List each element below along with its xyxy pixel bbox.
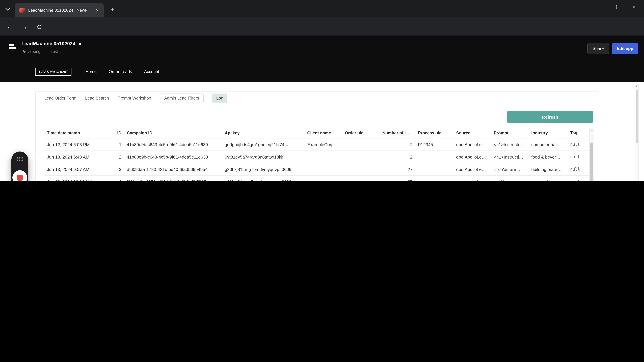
column-header-prompt[interactable]: Prompt xyxy=(494,131,531,135)
minimize-button[interactable] xyxy=(586,0,605,14)
tab-prompt-workshop[interactable]: Prompt Workshop xyxy=(118,96,151,100)
tab-favicon xyxy=(20,7,25,13)
close-button[interactable]: × xyxy=(624,0,644,14)
page-title: LeadMachine 05102024 xyxy=(22,41,75,46)
cell-client: ExampleCorp xyxy=(307,142,345,147)
new-tab-button[interactable]: + xyxy=(108,5,117,14)
app-logo-icon xyxy=(9,44,18,53)
cell-tag: null xyxy=(570,167,589,172)
cell-source: dbo.ApolloLe… xyxy=(456,154,494,159)
nav-item-home[interactable]: Home xyxy=(85,69,96,74)
tab-title: LeadMachine 05102024 | NewF xyxy=(28,8,94,12)
scrollbar-thumb[interactable] xyxy=(636,89,638,143)
cell-campaign: df608daa-1720-421c-bd40-f9ad50954954 xyxy=(127,167,225,172)
cell-numleads: 2 xyxy=(382,154,418,159)
table-row[interactable]: Jun 13, 2024 5:43 AM241b80e9b-c643-4c5b-… xyxy=(44,151,589,163)
maximize-button[interactable] xyxy=(605,0,624,14)
column-header-apikey[interactable]: Api key xyxy=(225,131,307,135)
cell-numleads: 27 xyxy=(382,167,418,172)
tab-lead-search[interactable]: Lead Search xyxy=(85,96,109,100)
cell-time: Jun 13, 2024 9:57 AM xyxy=(47,167,114,172)
page-vertical-scrollbar[interactable]: ▲ ▼ xyxy=(634,84,639,181)
table-header: Time date stampIDCampaign IDApi keyClien… xyxy=(44,128,589,138)
cell-time: Jun 12, 2024 6:03 PM xyxy=(47,142,114,147)
scrollbar-thumb[interactable] xyxy=(590,142,593,181)
forward-button[interactable]: → xyxy=(20,22,30,32)
cell-tag: null xyxy=(570,179,589,181)
app-canvas: Lead Order FormLead SearchPrompt Worksho… xyxy=(0,82,644,181)
cell-source: dbo.ApolloLe… xyxy=(456,179,494,181)
drag-handle-icon[interactable] xyxy=(17,157,23,161)
cell-apikey: g20bxj81ttmg7bmdvmyqdvpn3609 xyxy=(225,167,307,172)
column-header-orderuid[interactable]: Order uid xyxy=(345,131,382,135)
cell-apikey: gddgpdjbds4gm1gnqjeq21fv74cz xyxy=(225,142,307,147)
cell-numleads: 27 xyxy=(382,179,418,181)
column-header-numleads[interactable]: Number of l… xyxy=(382,131,418,135)
cell-apikey: g20bxj81ttmg7bmdvmyqdvpn3609 xyxy=(225,179,307,181)
tab-log[interactable]: Log xyxy=(212,93,228,103)
column-header-tag[interactable]: Tag xyxy=(570,131,589,135)
table-row[interactable]: Jun 12, 2024 6:03 PM141b80e9b-c643-4c5b-… xyxy=(44,138,589,151)
favorite-star-icon[interactable]: ★ xyxy=(78,41,82,46)
browser-tab[interactable]: LeadMachine 05102024 | NewF × xyxy=(15,3,104,17)
divider xyxy=(44,50,44,54)
browser-tabstrip: LeadMachine 05102024 | NewF × + × xyxy=(0,0,644,17)
maximize-icon xyxy=(613,5,617,9)
reload-icon xyxy=(36,24,42,30)
cell-id: 1 xyxy=(114,142,127,147)
refresh-button[interactable]: Refresh xyxy=(507,111,593,123)
leadmachine-logo: LEADMACHINE xyxy=(35,68,71,76)
column-header-industry[interactable]: Industry xyxy=(531,131,570,135)
back-button[interactable]: ← xyxy=(5,22,15,32)
column-header-processuid[interactable]: Process uid xyxy=(418,131,456,135)
cell-prompt: <h1>Instructi… xyxy=(494,142,531,147)
cell-industry: computer har… xyxy=(531,142,570,147)
cell-industry: food & bever… xyxy=(531,154,570,159)
scroll-up-icon[interactable]: ▲ xyxy=(590,129,594,132)
stop-icon xyxy=(17,175,23,181)
cell-id: 4 xyxy=(114,179,127,181)
cell-time: Jun 13, 2024 10:34 AM xyxy=(47,179,114,181)
cell-prompt: <p>You are … xyxy=(494,167,531,172)
tab-admin-lead-filters[interactable]: Admin Lead Filters xyxy=(160,93,204,103)
cell-industry: building mate… xyxy=(531,167,570,172)
column-header-id[interactable]: ID xyxy=(114,131,127,135)
reload-button[interactable] xyxy=(34,22,44,32)
nav-links: HomeOrder LeadsAccount xyxy=(85,69,159,74)
table-vertical-scrollbar[interactable]: ▲ ▼ xyxy=(589,128,594,181)
browser-toolbar: ← → newfrontier.retool.com/apps/5c6d6b4c… xyxy=(0,17,644,35)
stop-recording-button[interactable] xyxy=(12,170,27,181)
minimize-icon xyxy=(593,7,598,7)
column-header-client[interactable]: Client name xyxy=(307,131,345,135)
cell-campaign: f911eb6e-6251-49f2-bf14-0c9b3e5b7287 xyxy=(127,179,225,181)
column-header-time[interactable]: Time date stamp xyxy=(47,131,114,135)
cell-source: dbo.ApolloLe… xyxy=(456,142,494,147)
window-controls: × xyxy=(586,0,644,14)
tab-lead-order-form[interactable]: Lead Order Form xyxy=(44,96,76,100)
screen: LeadMachine 05102024 | NewF × + × ← → ne… xyxy=(0,0,644,181)
version-label[interactable]: Latest xyxy=(48,50,58,54)
column-header-source[interactable]: Source xyxy=(456,131,494,135)
column-header-campaign[interactable]: Campaign ID xyxy=(127,131,225,135)
cell-source: dbo.ApolloLe… xyxy=(456,167,494,172)
screen-recorder-widget xyxy=(12,151,28,181)
cell-id: 2 xyxy=(114,154,127,159)
tab-search-button[interactable] xyxy=(3,4,12,13)
cell-numleads: 2 xyxy=(382,142,418,147)
log-container: Lead Order FormLead SearchPrompt Worksho… xyxy=(35,91,599,181)
cell-apikey: 0vt81ev5a74rarg8n8tatwr18kjf xyxy=(225,154,307,159)
edit-app-button[interactable]: Edit app xyxy=(612,43,638,54)
nav-item-account[interactable]: Account xyxy=(144,69,159,74)
tab-close-icon[interactable]: × xyxy=(94,7,100,13)
close-icon: × xyxy=(633,4,636,10)
log-table: Time date stampIDCampaign IDApi keyClien… xyxy=(44,128,594,181)
cell-time: Jun 13, 2024 5:43 AM xyxy=(47,154,114,159)
cell-campaign: 41b80e9b-c643-4c5b-9f61-4dea5c11e630 xyxy=(127,154,225,159)
previewing-label: Previewing xyxy=(22,50,40,54)
cell-id: 3 xyxy=(114,167,127,172)
share-button[interactable]: Share xyxy=(587,43,609,54)
nav-item-order-leads[interactable]: Order Leads xyxy=(109,69,132,74)
scroll-up-icon[interactable]: ▲ xyxy=(635,85,638,87)
table-row[interactable]: Jun 13, 2024 10:34 AM4f911eb6e-6251-49f2… xyxy=(44,176,589,181)
table-row[interactable]: Jun 13, 2024 9:57 AM3df608daa-1720-421c-… xyxy=(44,163,589,176)
